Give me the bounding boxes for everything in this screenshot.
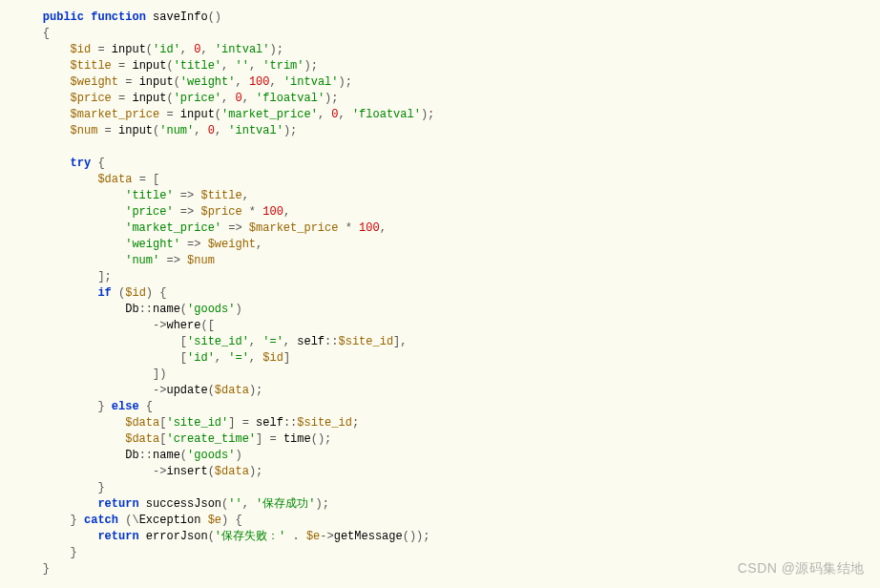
line: if ($id) { xyxy=(15,286,166,300)
watermark: CSDN @源码集结地 xyxy=(738,560,865,577)
line: $data['create_time'] = time(); xyxy=(15,432,331,446)
line: ]; xyxy=(15,270,112,284)
line: } xyxy=(15,481,105,494)
line: } xyxy=(15,546,77,559)
line: } catch (\Exception $e) { xyxy=(15,514,242,527)
line: } xyxy=(15,562,50,576)
line: public function saveInfo() xyxy=(15,10,221,24)
line: try { xyxy=(15,157,105,170)
line: ]) xyxy=(15,368,166,381)
line: Db::name('goods') xyxy=(15,303,242,316)
line: $id = input('id', 0, 'intval'); xyxy=(15,43,283,56)
line: $data['site_id'] = self::$site_id; xyxy=(15,416,359,430)
line: ->where([ xyxy=(15,319,215,332)
line: $market_price = input('market_price', 0,… xyxy=(15,108,434,121)
line: 'num' => $num xyxy=(15,254,215,267)
line: 'market_price' => $market_price * 100, xyxy=(15,221,387,235)
line: 'weight' => $weight, xyxy=(15,238,262,251)
line: return errorJson('保存失败：' . $e->getMessag… xyxy=(15,530,430,543)
line: $price = input('price', 0, 'floatval'); xyxy=(15,92,339,105)
line: { xyxy=(15,27,50,40)
line: } else { xyxy=(15,400,153,413)
line: ->insert($data); xyxy=(15,465,262,478)
line: $data = [ xyxy=(15,173,159,186)
code-block: public function saveInfo() { $id = input… xyxy=(15,10,865,578)
line: Db::name('goods') xyxy=(15,449,242,462)
line: ['site_id', '=', self::$site_id], xyxy=(15,335,408,348)
line: 'price' => $price * 100, xyxy=(15,205,290,219)
line: $num = input('num', 0, 'intval'); xyxy=(15,124,297,137)
line: ->update($data); xyxy=(15,384,262,397)
line: return successJson('', '保存成功'); xyxy=(15,497,329,511)
line: ['id', '=', $id] xyxy=(15,351,290,365)
line: $weight = input('weight', 100, 'intval')… xyxy=(15,75,352,89)
line: 'title' => $title, xyxy=(15,189,249,202)
line: $title = input('title', '', 'trim'); xyxy=(15,59,318,73)
